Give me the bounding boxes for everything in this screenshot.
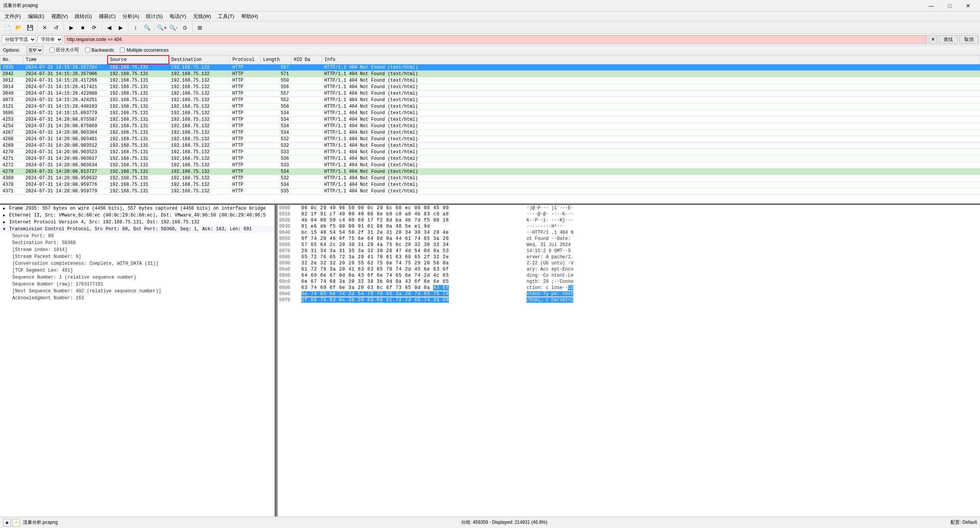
table-row[interactable]: 43692024-07-31 14:20:08.959632192.168.75…: [0, 175, 980, 182]
tcp-stream-index[interactable]: [Stream index: 1014]: [0, 246, 275, 253]
detail-frame[interactable]: ▶ Frame 2935: 557 bytes on wire (4456 bi…: [0, 205, 275, 212]
forward-btn[interactable]: ▶: [115, 23, 126, 33]
table-row[interactable]: 42702024-07-31 14:20:08.903523192.168.75…: [0, 149, 980, 156]
col-header-no[interactable]: No.: [0, 56, 23, 64]
table-row[interactable]: 31212024-07-31 14:15:28.440103192.168.75…: [0, 103, 980, 110]
zoom-reset-btn[interactable]: ⊙: [180, 23, 190, 33]
start-capture-btn[interactable]: ▶: [66, 23, 77, 33]
table-row[interactable]: 30492024-07-31 14:15:28.422088192.168.75…: [0, 90, 980, 97]
menu-wireless[interactable]: 无线(W): [190, 12, 214, 21]
restart-btn[interactable]: ⟳: [89, 23, 100, 33]
multiple-occurrences-option[interactable]: Multiple occurrences: [120, 48, 169, 53]
close-button[interactable]: ✕: [959, 0, 977, 11]
goto-btn[interactable]: ↕: [130, 23, 141, 33]
width-select[interactable]: 宽窄: [26, 46, 43, 54]
save-btn[interactable]: 💾: [25, 23, 35, 33]
backwards-option[interactable]: Backwards: [85, 48, 114, 53]
table-row[interactable]: 30732024-07-31 14:15:28.424251192.168.75…: [0, 97, 980, 103]
table-row[interactable]: 42712024-07-31 14:20:08.903617192.168.75…: [0, 156, 980, 162]
hex-row[interactable]: 003001 e6 db f5 00 00 01 01 08 0a 48 5e …: [278, 223, 980, 230]
zoom-in-btn[interactable]: 🔍+: [157, 23, 167, 33]
hex-row[interactable]: 00e06e 74 65 6e 74 2d 54 79 70 65 3a 20 …: [278, 291, 980, 297]
tcp-ack-num[interactable]: Acknowledgment Number: 163: [0, 295, 275, 302]
col-header-source[interactable]: Source: [108, 56, 169, 64]
resize-cols-btn[interactable]: ⊞: [195, 23, 205, 33]
menu-stats[interactable]: 统计(S): [143, 12, 165, 21]
col-header-hidda[interactable]: HID Da: [291, 56, 322, 64]
table-row[interactable]: 42672024-07-31 14:20:08.903384192.168.75…: [0, 130, 980, 136]
col-header-length[interactable]: Length: [261, 56, 291, 64]
menu-help[interactable]: 帮助(H): [238, 12, 261, 21]
hex-row[interactable]: 006057 65 64 2c 20 30 31 20 4a 75 6c 20 …: [278, 242, 980, 248]
col-header-info[interactable]: Info: [322, 56, 980, 64]
open-btn[interactable]: 📂: [13, 23, 24, 33]
case-sensitive-checkbox[interactable]: [49, 48, 54, 52]
table-row[interactable]: 36862024-07-31 14:16:15.093779192.168.75…: [0, 110, 980, 116]
filter-clear-button[interactable]: ✕: [929, 35, 937, 44]
tcp-seq-raw[interactable]: Sequence Number (raw): 1763177101: [0, 281, 275, 288]
stop-capture-btn[interactable]: ■: [77, 23, 88, 33]
table-row[interactable]: 29352024-07-31 14:15:28.357284192.168.75…: [0, 64, 980, 71]
table-row[interactable]: 29422024-07-31 14:15:28.357906192.168.75…: [0, 71, 980, 77]
hex-row[interactable]: 00a061 72 79 3a 20 41 63 63 65 70 74 2d …: [278, 266, 980, 272]
filter-string-type[interactable]: 字符串: [38, 35, 63, 44]
table-row[interactable]: 43712024-07-31 14:20:08.959779192.168.75…: [0, 188, 980, 195]
filter-type-dropdown[interactable]: 分组字节流: [2, 35, 36, 44]
hex-row[interactable]: 008065 72 76 65 72 3a 20 41 70 61 63 68 …: [278, 254, 980, 260]
minimize-button[interactable]: —: [923, 0, 940, 11]
table-row[interactable]: 42682024-07-31 14:20:08.903401192.168.75…: [0, 136, 980, 143]
menu-file[interactable]: 文件(F): [2, 12, 24, 21]
cancel-button[interactable]: 取消: [959, 35, 978, 44]
menu-goto[interactable]: 跳转(G): [72, 12, 95, 21]
menu-phone[interactable]: 电话(Y): [167, 12, 189, 21]
hex-row[interactable]: 00c06e 67 74 68 3a 20 32 38 3b 0d 0a 43 …: [278, 279, 980, 285]
find-btn[interactable]: 🔍: [142, 23, 152, 33]
detail-ip[interactable]: ▶ Internet Protocol Version 4, Src: 192.…: [0, 219, 275, 226]
table-row[interactable]: 42792024-07-31 14:20:08.913727192.168.75…: [0, 169, 980, 175]
table-row[interactable]: 42542024-07-31 14:20:08.875669192.168.75…: [0, 123, 980, 130]
tcp-conversation[interactable]: [Conversation completeness: Complete, WI…: [0, 260, 275, 267]
tcp-seq-num[interactable]: Sequence Number: 1 (relative sequence nu…: [0, 274, 275, 281]
col-header-time[interactable]: Time: [23, 56, 108, 64]
case-sensitive-option[interactable]: 区分大小写: [49, 47, 79, 53]
hex-row[interactable]: 00506f 74 20 46 6f 75 6e 64 0d 0a 44 61 …: [278, 236, 980, 242]
zoom-out-btn[interactable]: 🔍-: [168, 23, 179, 33]
backwards-checkbox[interactable]: [85, 48, 90, 52]
menu-edit[interactable]: 编辑(E): [25, 12, 47, 21]
tcp-stream-packet[interactable]: [Stream Packet Number: 6]: [0, 253, 275, 260]
hex-row[interactable]: 001002 1f 91 c7 40 00 40 06 8e b9 c0 a8 …: [278, 211, 980, 217]
col-header-protocol[interactable]: Protocol: [230, 56, 261, 64]
detail-ethernet[interactable]: ▶ Ethernet II, Src: VMware_6c:60:ec (00:…: [0, 212, 275, 219]
menu-view[interactable]: 视图(V): [48, 12, 71, 21]
tcp-next-seq[interactable]: [Next Sequence Number: 492 (relative seq…: [0, 288, 275, 295]
maximize-button[interactable]: □: [941, 0, 959, 11]
col-header-destination[interactable]: Destination: [169, 56, 230, 64]
detail-tcp[interactable]: ▼ Transmission Control Protocol, Src Por…: [0, 226, 275, 233]
hex-row[interactable]: 007020 31 34 3a 31 35 3a 32 38 20 47 4d …: [278, 248, 980, 254]
multiple-occurrences-checkbox[interactable]: [120, 48, 125, 52]
table-row[interactable]: 42692024-07-31 14:20:08.903512192.168.75…: [0, 143, 980, 149]
table-row[interactable]: 30142024-07-31 14:15:28.417421192.168.75…: [0, 84, 980, 90]
back-btn[interactable]: ◀: [104, 23, 115, 33]
hex-row[interactable]: 00204b 84 00 50 c4 00 69 17 f2 8d ba 4b …: [278, 217, 980, 223]
hex-row[interactable]: 00d063 74 69 6f 6e 3a 20 63 6c 6f 73 65 …: [278, 285, 980, 291]
search-button[interactable]: 查找: [939, 35, 958, 44]
tcp-segment-len[interactable]: [TCP Segment Len: 491]: [0, 267, 275, 274]
hex-dump-panel[interactable]: 000000 0c 29 40 96 50 00 0c 29 6c 60 ec …: [278, 205, 980, 517]
hex-row[interactable]: 009032 2e 32 32 20 28 55 62 75 6e 74 75 …: [278, 260, 980, 266]
hex-row[interactable]: 000000 0c 29 40 96 50 00 0c 29 6c 60 ec …: [278, 205, 980, 211]
menu-tools[interactable]: 工具(T): [215, 12, 237, 21]
menu-analyze[interactable]: 分析(A): [119, 12, 142, 21]
menu-capture[interactable]: 捕获(C): [96, 12, 119, 21]
filter-input[interactable]: http.response.code == 404: [64, 35, 927, 44]
hex-row[interactable]: 00b064 69 6e 67 0d 0a 43 6f 6e 74 65 6e …: [278, 272, 980, 279]
hex-row[interactable]: 0040bc 15 48 54 54 50 2f 31 2e 31 20 34 …: [278, 230, 980, 236]
hex-row[interactable]: 00f02f 68 74 6d 6c 3b 20 63 68 61 72 73 …: [278, 297, 980, 303]
table-row[interactable]: 43702024-07-31 14:20:08.959776192.168.75…: [0, 182, 980, 188]
reload-btn[interactable]: ↺: [51, 23, 62, 33]
packet-list[interactable]: No. Time Source Destination Protocol Len…: [0, 55, 980, 205]
new-btn[interactable]: 📄: [2, 23, 12, 33]
tcp-dst-port[interactable]: Destination Port: 50368: [0, 239, 275, 246]
table-row[interactable]: 42532024-07-31 14:20:08.875587192.168.75…: [0, 116, 980, 123]
table-row[interactable]: 42722024-07-31 14:20:08.903634192.168.75…: [0, 162, 980, 169]
